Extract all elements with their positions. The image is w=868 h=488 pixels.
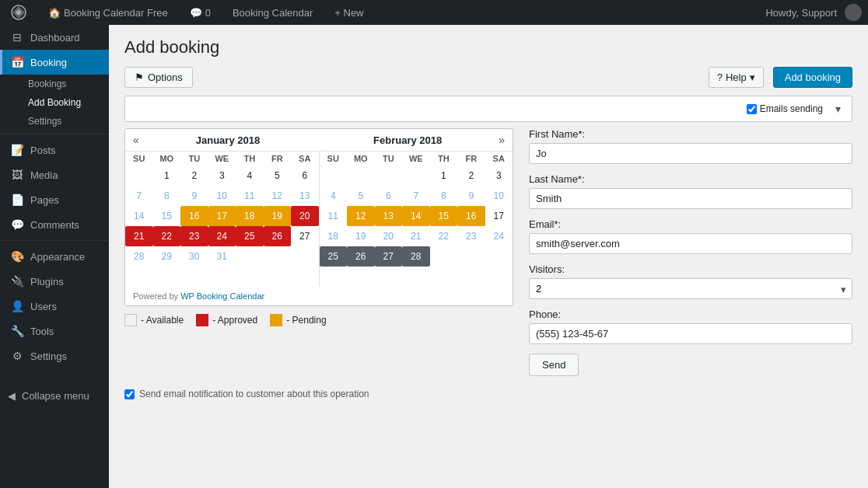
calendar-day[interactable]: 25 — [236, 226, 264, 246]
calendar-day[interactable]: 2 — [180, 166, 208, 186]
calendar-day[interactable]: 26 — [264, 226, 292, 246]
calendar-next-button[interactable]: » — [499, 134, 505, 146]
calendar-day[interactable]: 5 — [264, 166, 292, 186]
calendar-day[interactable]: 7 — [125, 186, 153, 206]
calendar-day[interactable]: 13 — [375, 206, 403, 226]
email-input[interactable] — [529, 233, 852, 254]
first-name-input[interactable] — [529, 143, 852, 164]
calendar-day[interactable]: 27 — [291, 226, 319, 246]
phone-input[interactable] — [529, 323, 852, 344]
calendar-day[interactable]: 26 — [347, 246, 375, 267]
submenu-bookings[interactable]: Bookings — [0, 75, 109, 93]
options-button[interactable]: ⚑ Options — [124, 67, 193, 88]
calendar-day[interactable]: 15 — [430, 206, 458, 226]
calendar-day[interactable]: 22 — [153, 226, 181, 246]
calendar-day[interactable]: 1 — [153, 166, 181, 186]
booking-calendar-link[interactable]: Booking Calendar — [228, 7, 317, 19]
calendar-day[interactable]: 15 — [153, 206, 181, 226]
calendar-day[interactable]: 16 — [457, 206, 485, 226]
calendar-day[interactable]: 11 — [236, 186, 264, 206]
send-button[interactable]: Send — [529, 354, 579, 376]
calendar-prev-button[interactable]: « — [133, 134, 139, 146]
comments-btn[interactable]: 💬 0 — [185, 7, 215, 19]
calendar-day[interactable]: 23 — [180, 226, 208, 246]
calendar-day[interactable]: 18 — [236, 206, 264, 226]
calendar-day[interactable]: 22 — [430, 226, 458, 246]
site-name-btn[interactable]: 🏠 Booking Calendar Free — [44, 7, 173, 19]
calendar-day[interactable]: 21 — [402, 226, 430, 246]
sidebar-item-users[interactable]: 👤 Users — [0, 294, 109, 319]
sidebar-item-plugins[interactable]: 🔌 Plugins — [0, 269, 109, 294]
sidebar-label-posts: Posts — [30, 145, 56, 156]
calendar-day[interactable]: 8 — [153, 186, 181, 206]
calendar-day[interactable]: 21 — [125, 226, 153, 246]
calendar-day[interactable]: 20 — [291, 206, 319, 226]
new-btn[interactable]: + New — [330, 7, 368, 19]
calendar-day[interactable]: 14 — [402, 206, 430, 226]
calendar-day[interactable]: 17 — [208, 206, 236, 226]
calendar-day[interactable]: 17 — [485, 206, 513, 226]
calendar-day[interactable]: 28 — [402, 246, 430, 267]
calendar-day[interactable]: 29 — [153, 246, 181, 267]
calendar-day[interactable]: 6 — [291, 166, 319, 186]
last-name-label: Last Name*: — [529, 173, 852, 185]
wp-logo-btn[interactable] — [6, 5, 31, 20]
calendar-day[interactable]: 10 — [485, 186, 513, 206]
sidebar-item-appearance[interactable]: 🎨 Appearance — [0, 244, 109, 269]
calendar-day[interactable]: 8 — [430, 186, 458, 206]
sidebar-item-comments[interactable]: 💬 Comments — [0, 212, 109, 237]
sidebar-item-tools[interactable]: 🔧 Tools — [0, 319, 109, 343]
calendar-day[interactable]: 6 — [375, 186, 403, 206]
calendar-day[interactable]: 9 — [457, 186, 485, 206]
calendar-day[interactable]: 13 — [291, 186, 319, 206]
pages-icon: 📄 — [10, 193, 24, 206]
calendar-day[interactable]: 27 — [375, 246, 403, 267]
help-button[interactable]: ? Help ▾ — [709, 67, 764, 88]
sidebar-item-pages[interactable]: 📄 Pages — [0, 187, 109, 212]
sidebar-item-dashboard[interactable]: ⊟ Dashboard — [0, 25, 109, 50]
calendar-day[interactable]: 24 — [208, 226, 236, 246]
sidebar-item-posts[interactable]: 📝 Posts — [0, 138, 109, 162]
calendar-day[interactable]: 10 — [208, 186, 236, 206]
chevron-down-button[interactable]: ▾ — [831, 101, 845, 117]
collapse-menu-btn[interactable]: ◀ Collapse menu — [0, 384, 109, 408]
visitors-select[interactable]: 1 2 3 4 5 — [529, 278, 852, 299]
calendar-day[interactable]: 1 — [430, 166, 458, 186]
last-name-input[interactable] — [529, 188, 852, 209]
calendar-day[interactable]: 20 — [375, 226, 403, 246]
sidebar-item-media[interactable]: 🖼 Media — [0, 162, 109, 187]
site-name: Booking Calendar Free — [64, 7, 168, 19]
calendar-day[interactable]: 3 — [485, 166, 513, 186]
add-booking-button[interactable]: Add booking — [773, 67, 852, 88]
calendar-day[interactable]: 5 — [347, 186, 375, 206]
calendar-day[interactable]: 9 — [180, 186, 208, 206]
calendar-day[interactable]: 18 — [320, 226, 348, 246]
wp-booking-calendar-link[interactable]: WP Booking Calendar — [180, 291, 264, 301]
calendar-day[interactable]: 30 — [180, 246, 208, 267]
calendar-day[interactable]: 31 — [208, 246, 236, 267]
calendar-day[interactable]: 19 — [347, 226, 375, 246]
calendar-day[interactable]: 25 — [320, 246, 348, 267]
calendar-day[interactable]: 4 — [236, 166, 264, 186]
calendar-day[interactable]: 3 — [208, 166, 236, 186]
calendar-day[interactable]: 11 — [320, 206, 348, 226]
calendar-day[interactable]: 24 — [485, 226, 513, 246]
calendar-day[interactable]: 4 — [320, 186, 348, 206]
calendar-day[interactable]: 7 — [402, 186, 430, 206]
calendar-day[interactable]: 2 — [457, 166, 485, 186]
sidebar-item-booking[interactable]: 📅 Booking — [0, 50, 109, 75]
calendar-day[interactable]: 19 — [264, 206, 292, 226]
calendar-day[interactable]: 12 — [347, 206, 375, 226]
calendar-day[interactable]: 28 — [125, 246, 153, 267]
calendar-day[interactable]: 14 — [125, 206, 153, 226]
sidebar-item-settings[interactable]: ⚙ Settings — [0, 343, 109, 368]
emails-sending-checkbox[interactable] — [747, 104, 757, 114]
calendar-day[interactable]: 12 — [264, 186, 292, 206]
calendar-footer: Powered by WP Booking Calendar — [125, 287, 513, 305]
calendar-day[interactable]: 16 — [180, 206, 208, 226]
send-notification-checkbox[interactable] — [124, 389, 135, 399]
calendar-day[interactable]: 23 — [457, 226, 485, 246]
submenu-add-booking[interactable]: Add Booking — [0, 93, 109, 112]
submenu-settings[interactable]: Settings — [0, 112, 109, 131]
help-label: Help — [726, 71, 747, 83]
